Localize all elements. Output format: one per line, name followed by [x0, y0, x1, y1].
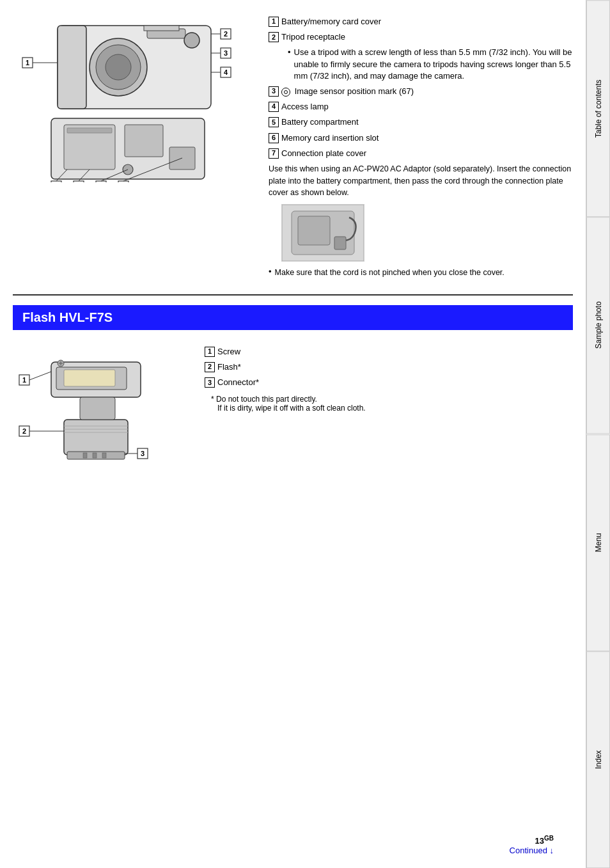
- svg-rect-8: [144, 26, 179, 31]
- page-suffix: GB: [544, 835, 554, 842]
- flash-list-item-2: 2 Flash*: [205, 361, 573, 373]
- cord-note-item: Make sure that the cord is not pinched w…: [269, 267, 573, 279]
- footnote-line2: If it is dirty, wipe it off with a soft …: [211, 404, 573, 413]
- list-item: 7 Connection plate cover: [269, 148, 573, 159]
- svg-rect-26: [67, 128, 112, 133]
- svg-rect-24: [125, 125, 163, 157]
- item-text-7: Connection plate cover: [281, 148, 573, 159]
- item-number-1: 1: [269, 17, 279, 27]
- flash-list-item-1: 1 Screw: [205, 346, 573, 358]
- tab-sample-photo[interactable]: Sample photo: [586, 217, 610, 434]
- flash-section: 1 2 3 1: [13, 343, 573, 485]
- top-section: 1 2 3 4: [13, 13, 573, 281]
- list-item: 2 Tripod receptacle: [269, 31, 573, 43]
- bullet-list: Use a tripod with a screw length of less…: [281, 47, 573, 82]
- flash-item-text-2: Flash*: [217, 361, 573, 373]
- item-number-2: 2: [269, 32, 279, 42]
- flash-section-header: Flash HVL-F7S: [13, 305, 573, 330]
- flash-item-text-3: Connector*: [217, 377, 573, 388]
- list-item: 6 Memory card insertion slot: [269, 132, 573, 144]
- sidebar-tabs: Table of contents Sample photo Menu Inde…: [586, 0, 610, 868]
- svg-rect-49: [64, 420, 128, 455]
- item-number-4: 4: [269, 102, 279, 112]
- tab-table-of-contents[interactable]: Table of contents: [586, 0, 610, 217]
- cord-note-text: Make sure that the cord is not pinched w…: [275, 267, 504, 279]
- svg-text:4: 4: [224, 68, 228, 76]
- list-item: 3 Image sensor position mark (67): [269, 86, 573, 97]
- cord-note-list: Make sure that the cord is not pinched w…: [269, 267, 573, 279]
- svg-point-3: [106, 54, 131, 80]
- list-item: 1 Battery/memory card cover: [269, 16, 573, 28]
- item-number-6: 6: [269, 133, 279, 143]
- page-footer: 13GB Continued ↓: [510, 835, 554, 855]
- flash-list-item-3: 3 Connector*: [205, 377, 573, 388]
- svg-text:2: 2: [22, 427, 26, 435]
- list-item: 5 Battery compartment: [269, 116, 573, 128]
- flash-item-num-3: 3: [205, 377, 215, 388]
- item-text-4: Access lamp: [281, 101, 573, 113]
- svg-text:1: 1: [26, 59, 29, 67]
- footnote-line1: * Do not touch this part directly.: [211, 395, 573, 404]
- flash-svg: 1 2 3: [13, 343, 185, 484]
- svg-rect-45: [64, 370, 115, 386]
- page-number: 13GB: [535, 835, 554, 846]
- svg-text:3: 3: [224, 49, 228, 57]
- connection-plate-desc: Use this when using an AC-PW20 AC Adapto…: [269, 163, 573, 199]
- svg-line-60: [29, 372, 51, 380]
- sensor-position-icon: [281, 88, 290, 97]
- svg-rect-41: [298, 216, 330, 245]
- bullet-text: Use a tripod with a screw length of less…: [294, 47, 573, 82]
- flash-item-num-1: 1: [205, 347, 215, 357]
- flash-item-text-1: Screw: [217, 346, 573, 358]
- camera-diagram-area: 1 2 3 4: [13, 13, 256, 281]
- svg-text:2: 2: [224, 30, 228, 38]
- item-text-1: Battery/memory card cover: [281, 16, 573, 28]
- svg-rect-54: [80, 397, 115, 420]
- svg-rect-52: [93, 453, 97, 458]
- labels-area: 1 Battery/memory card cover 2 Tripod rec…: [269, 13, 573, 281]
- svg-rect-4: [58, 26, 86, 109]
- connection-plate-image: [281, 204, 364, 262]
- item-number-5: 5: [269, 117, 279, 127]
- flash-item-list: 1 Screw 2 Flash* 3 Connector*: [205, 346, 573, 389]
- item-text-3: Image sensor position mark (67): [281, 86, 573, 97]
- connection-plate-text: Use this when using an AC-PW20 AC Adapto…: [269, 164, 571, 198]
- continued-link[interactable]: Continued ↓: [510, 846, 554, 855]
- flash-footnote: * Do not touch this part directly. If it…: [205, 395, 573, 413]
- list-item-bullet: Use a tripod with a screw length of less…: [269, 47, 573, 82]
- item-list: 1 Battery/memory card cover 2 Tripod rec…: [269, 16, 573, 199]
- item-text-6: Memory card insertion slot: [281, 132, 573, 144]
- flash-title: Flash HVL-F7S: [22, 310, 113, 324]
- flash-item-num-2: 2: [205, 362, 215, 372]
- svg-rect-51: [83, 453, 87, 458]
- section-divider: [13, 294, 573, 296]
- bullet-item: Use a tripod with a screw length of less…: [288, 47, 573, 82]
- item-text-2: Tripod receptacle: [281, 31, 573, 43]
- item-number-3: 3: [269, 86, 279, 97]
- svg-rect-42: [334, 237, 346, 249]
- item-number-7: 7: [269, 148, 279, 159]
- svg-text:1: 1: [22, 376, 26, 384]
- tab-menu[interactable]: Menu: [586, 434, 610, 651]
- svg-text:3: 3: [141, 450, 145, 457]
- list-item: 4 Access lamp: [269, 101, 573, 113]
- svg-point-7: [184, 33, 199, 48]
- camera-svg: 1 2 3 4: [13, 13, 249, 182]
- flash-diagram-area: 1 2 3: [13, 343, 192, 485]
- item-text-5: Battery compartment: [281, 116, 573, 128]
- flash-labels-area: 1 Screw 2 Flash* 3 Connector* * Do not t…: [205, 343, 573, 485]
- svg-rect-53: [102, 453, 106, 458]
- connection-plate-svg: [282, 205, 364, 261]
- tab-index[interactable]: Index: [586, 651, 610, 868]
